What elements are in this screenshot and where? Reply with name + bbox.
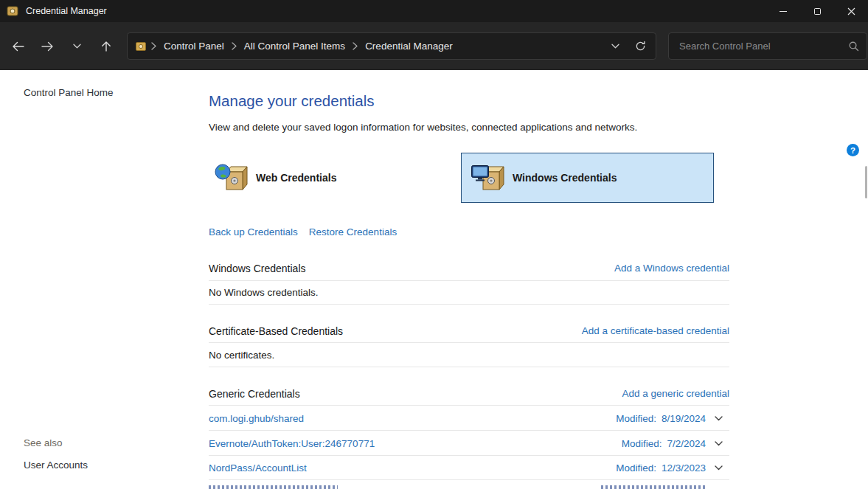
windows-credentials-empty-text: No Windows credentials. xyxy=(209,287,319,298)
divider xyxy=(209,342,729,343)
chevron-down-icon xyxy=(611,44,619,49)
minimize-icon xyxy=(780,11,787,12)
windows-credentials-section-header: Windows Credentials Add a Windows creden… xyxy=(209,263,729,275)
refresh-icon xyxy=(635,41,646,52)
certificate-credentials-section-header: Certificate-Based Credentials Add a cert… xyxy=(209,325,729,338)
credential-name-link[interactable]: NordPass/AccountList xyxy=(209,462,307,474)
expand-row-button[interactable] xyxy=(713,414,723,424)
section-title: Generic Credentials xyxy=(209,388,300,400)
app-icon xyxy=(7,5,18,17)
divider xyxy=(209,304,729,305)
credential-name-link[interactable]: com.logi.ghub/shared xyxy=(209,413,304,424)
section-title: Certificate-Based Credentials xyxy=(209,325,343,337)
web-credentials-icon xyxy=(215,162,249,193)
tab-windows-credentials[interactable]: Windows Credentials xyxy=(461,153,714,203)
divider xyxy=(209,280,729,281)
chevron-right-icon xyxy=(352,42,358,50)
tab-web-credentials-label: Web Credentials xyxy=(256,172,336,184)
navigation-bar: Control Panel All Control Panel Items Cr… xyxy=(0,22,868,70)
divider xyxy=(209,455,729,456)
clipped-row-text xyxy=(209,485,338,489)
credential-row: com.logi.ghub/shared Modified: 8/19/2024 xyxy=(209,408,729,430)
title-bar: Credential Manager xyxy=(0,0,868,22)
credential-row: NordPass/AccountList Modified: 12/3/2023 xyxy=(209,457,729,479)
credential-row-right: Modified: 7/2/2024 xyxy=(622,438,723,449)
chevron-right-icon xyxy=(231,42,237,50)
tab-windows-credentials-label: Windows Credentials xyxy=(513,172,617,184)
add-generic-credential-link[interactable]: Add a generic credential xyxy=(622,388,729,399)
see-also-label: See also xyxy=(24,437,63,448)
add-windows-credential-link[interactable]: Add a Windows credential xyxy=(614,263,729,274)
main-panel: Manage your credentials View and delete … xyxy=(209,70,729,489)
certificate-credentials-empty-text: No certificates. xyxy=(209,350,274,361)
modified-label: Modified: xyxy=(616,413,656,424)
modified-text: Modified: 12/3/2023 xyxy=(616,462,706,474)
maximize-icon xyxy=(814,8,821,15)
back-button[interactable] xyxy=(4,34,31,59)
divider xyxy=(209,430,729,431)
credential-tabs: Web Credentials Windo xyxy=(209,153,729,203)
chevron-down-icon xyxy=(715,441,723,446)
credential-actions: Back up Credentials Restore Credentials xyxy=(209,226,397,237)
address-dropdown-button[interactable] xyxy=(603,35,628,58)
modified-label: Modified: xyxy=(622,438,662,449)
refresh-button[interactable] xyxy=(628,35,653,58)
chevron-down-icon xyxy=(73,44,81,49)
chevron-right-icon xyxy=(150,42,157,50)
address-bar[interactable]: Control Panel All Control Panel Items Cr… xyxy=(127,32,656,60)
forward-button[interactable] xyxy=(34,34,60,59)
sidebar-item-control-panel-home[interactable]: Control Panel Home xyxy=(24,87,114,98)
minimize-button[interactable] xyxy=(766,0,800,22)
address-app-icon xyxy=(135,41,147,52)
modified-date: 12/3/2023 xyxy=(662,462,706,474)
window-title: Credential Manager xyxy=(26,6,107,16)
search-box[interactable] xyxy=(668,32,867,60)
breadcrumb-credential-manager[interactable]: Credential Manager xyxy=(358,41,459,52)
tab-web-credentials[interactable]: Web Credentials xyxy=(209,153,459,203)
help-button[interactable]: ? xyxy=(847,144,859,156)
add-certificate-credential-link[interactable]: Add a certificate-based credential xyxy=(582,325,729,336)
restore-credentials-link[interactable]: Restore Credentials xyxy=(309,226,397,237)
credential-name-link[interactable]: Evernote/AuthToken:User:246770771 xyxy=(209,438,375,449)
maximize-button[interactable] xyxy=(800,0,834,22)
divider xyxy=(209,479,729,480)
close-button[interactable] xyxy=(834,0,868,22)
back-arrow-icon xyxy=(12,41,24,52)
search-input[interactable] xyxy=(678,40,848,52)
sidebar-item-user-accounts[interactable]: User Accounts xyxy=(24,459,88,471)
scrollbar-thumb[interactable] xyxy=(865,166,867,198)
section-title: Windows Credentials xyxy=(209,263,306,274)
forward-arrow-icon xyxy=(41,41,54,52)
windows-credentials-icon xyxy=(471,162,505,193)
breadcrumb-all-control-panel-items[interactable]: All Control Panel Items xyxy=(237,41,352,52)
divider xyxy=(209,367,729,367)
up-button[interactable] xyxy=(93,34,119,59)
modified-date: 8/19/2024 xyxy=(662,413,706,424)
recent-pages-dropdown[interactable] xyxy=(63,34,90,59)
up-arrow-icon xyxy=(101,41,111,52)
backup-credentials-link[interactable]: Back up Credentials xyxy=(209,226,298,237)
expand-row-button[interactable] xyxy=(713,439,723,449)
chevron-down-icon xyxy=(715,416,723,421)
page-title: Manage your credentials xyxy=(209,92,375,110)
modified-date: 7/2/2024 xyxy=(667,438,706,449)
modified-label: Modified: xyxy=(616,462,656,474)
chevron-down-icon xyxy=(715,465,723,471)
modified-text: Modified: 8/19/2024 xyxy=(616,413,706,424)
page-description: View and delete your saved logon informa… xyxy=(209,122,637,133)
credential-row: Evernote/AuthToken:User:246770771 Modifi… xyxy=(209,433,729,455)
clipped-row-text xyxy=(601,485,707,489)
search-icon[interactable] xyxy=(848,41,859,52)
close-icon xyxy=(847,7,855,15)
credential-row-right: Modified: 8/19/2024 xyxy=(616,413,723,424)
modified-text: Modified: 7/2/2024 xyxy=(622,438,706,449)
content-area: Control Panel Home See also User Account… xyxy=(0,70,868,489)
generic-credentials-section-header: Generic Credentials Add a generic creden… xyxy=(209,388,729,400)
divider xyxy=(209,405,729,406)
credential-row-right: Modified: 12/3/2023 xyxy=(616,462,723,474)
expand-row-button[interactable] xyxy=(713,463,723,474)
breadcrumb-control-panel[interactable]: Control Panel xyxy=(157,41,231,52)
